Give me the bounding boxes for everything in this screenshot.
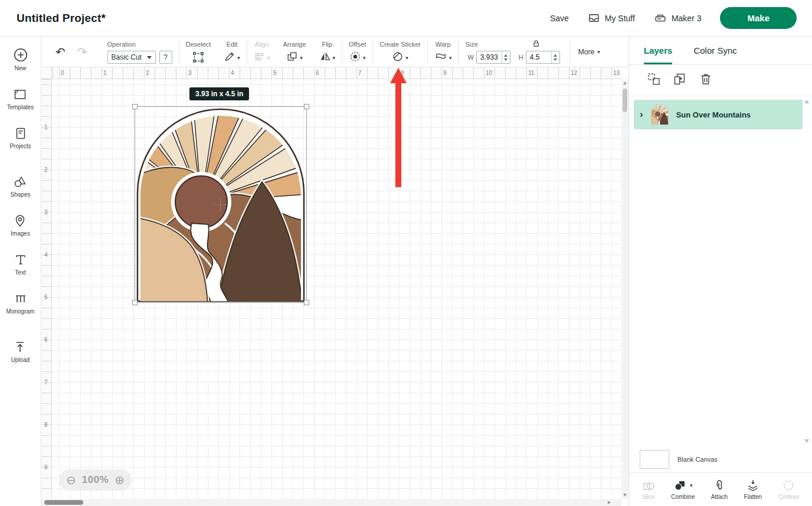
horizontal-scroll-thumb[interactable] [44, 500, 83, 505]
sidebar-item-monogram[interactable]: Monogram [6, 292, 35, 315]
project-title: Untitled Project* [17, 12, 106, 25]
save-label: Save [550, 14, 569, 23]
height-label: H [519, 54, 523, 61]
ruler-top-number: 7 [358, 70, 362, 76]
sidebar-item-new[interactable]: New [13, 47, 28, 71]
combine-icon: ▾ [673, 479, 693, 492]
ruler-top-number: 9 [443, 70, 447, 76]
operation-select[interactable]: Basic Cut [107, 51, 156, 64]
width-stepper[interactable]: 3.933 [476, 51, 510, 64]
deselect-tool[interactable]: Deselect [179, 37, 218, 67]
sidebar-item-templates[interactable]: Templates [7, 87, 34, 110]
resize-handle-bottom-right[interactable] [304, 300, 309, 305]
redo-button[interactable]: ↷ [77, 46, 87, 58]
lock-icon[interactable] [532, 39, 541, 50]
arrow-head [390, 68, 407, 83]
design-space-app: Untitled Project* Save My Stuff Maker 3 … [0, 0, 812, 506]
sidebar-item-text[interactable]: Text [14, 253, 28, 276]
combine-button[interactable]: ▾ Combine [671, 479, 695, 500]
height-stepper[interactable]: 4.5 [526, 51, 560, 64]
text-icon [14, 253, 28, 267]
operation-value: Basic Cut [112, 53, 142, 61]
ruler-top-number: 0 [61, 70, 64, 76]
caret-down-icon: ▾ [405, 55, 408, 61]
caret-down-icon [147, 56, 152, 59]
create-sticker-tool[interactable]: Create Sticker ▾ [373, 37, 427, 67]
operation-help-button[interactable]: ? [159, 51, 172, 64]
scroll-up-arrow[interactable] [623, 81, 627, 84]
operation-label: Operation [107, 41, 136, 48]
create-sticker-icon [392, 51, 404, 65]
attach-button[interactable]: Attach [711, 479, 728, 500]
tab-color-sync[interactable]: Color Sync [693, 37, 736, 64]
make-button[interactable]: Make [720, 7, 797, 29]
ruler-top-number: 13 [613, 70, 620, 76]
flip-tool[interactable]: Flip ▾ [313, 37, 342, 67]
warp-tool[interactable]: Warp ▾ [428, 37, 459, 67]
canvas-area[interactable]: 012345678910111213 123456789 3.93 in x 4… [41, 67, 628, 506]
zoom-in-button[interactable]: ⊕ [114, 474, 125, 486]
undo-button[interactable]: ↶ [55, 46, 66, 58]
ruler-left-number: 5 [44, 294, 48, 301]
arrange-icon [286, 51, 298, 65]
vertical-scrollbar[interactable] [621, 79, 628, 499]
chevron-right-icon[interactable]: › [640, 109, 643, 120]
sidebar-item-projects[interactable]: Projects [9, 126, 31, 149]
height-stepper-buttons[interactable] [551, 51, 559, 63]
contour-icon [782, 479, 795, 492]
selection-box[interactable] [135, 106, 307, 303]
caret-down-icon: ▾ [237, 55, 240, 61]
delete-icon[interactable] [699, 72, 713, 89]
arrange-tool[interactable]: Arrange ▾ [276, 37, 312, 67]
ruler-top-numbers: 012345678910111213 [52, 67, 621, 79]
ruler-left-numbers: 123456789 [41, 79, 51, 499]
machine-selector[interactable]: Maker 3 [654, 12, 702, 24]
canvas-color-swatch[interactable] [640, 450, 669, 469]
width-value: 3.933 [477, 51, 502, 63]
offset-tool[interactable]: Offset ▾ [342, 37, 372, 67]
ruler-top: 012345678910111213 [52, 67, 621, 79]
duplicate-icon[interactable] [673, 72, 687, 89]
resize-handle-bottom-left[interactable] [132, 300, 137, 305]
images-icon [13, 214, 27, 228]
app-header: Untitled Project* Save My Stuff Maker 3 … [0, 0, 812, 37]
width-label: W [467, 54, 473, 61]
machine-label: Maker 3 [672, 14, 702, 23]
caret-down-icon: ▾ [363, 55, 366, 61]
blank-canvas-label: Blank Canvas [677, 456, 718, 463]
sidebar-item-images[interactable]: Images [11, 214, 30, 237]
group-icon[interactable] [647, 72, 661, 89]
contour-button[interactable]: Contour [778, 479, 800, 500]
layer-item-sun-over-mountains[interactable]: › Sun Over Mountains [634, 100, 803, 129]
scroll-right-arrow[interactable] [608, 501, 611, 504]
zoom-level: 100% [82, 474, 109, 486]
resize-handle-top-left[interactable] [132, 104, 137, 109]
ruler-corner [41, 67, 52, 79]
layer-scroll-down-arrow[interactable] [804, 439, 809, 443]
layers-panel: Layers Color Sync › Sun Over Mountains B… [628, 37, 812, 506]
more-button[interactable]: More ▾ [570, 37, 608, 67]
zoom-control: ⊖ 100% ⊕ [59, 469, 132, 491]
horizontal-scrollbar[interactable] [41, 499, 621, 506]
tab-layers[interactable]: Layers [644, 37, 672, 64]
my-stuff-button[interactable]: My Stuff [588, 12, 635, 24]
align-tool[interactable]: Align ▾ [247, 37, 277, 67]
sidebar-item-upload[interactable]: Upload [11, 340, 30, 363]
slice-icon [642, 479, 655, 492]
flatten-button[interactable]: Flatten [744, 479, 762, 500]
scroll-down-arrow[interactable] [623, 494, 627, 497]
shapes-icon [13, 175, 27, 189]
edit-tool[interactable]: Edit ▾ [217, 37, 247, 67]
inbox-icon [588, 12, 600, 24]
sidebar-item-shapes[interactable]: Shapes [11, 175, 31, 198]
vertical-scroll-thumb[interactable] [623, 89, 627, 112]
layer-scroll-up-arrow[interactable] [804, 100, 809, 103]
zoom-out-button[interactable]: ⊖ [66, 474, 76, 486]
resize-handle-top-right[interactable] [304, 104, 309, 109]
panel-tabs: Layers Color Sync [629, 37, 812, 65]
slice-button[interactable]: Slice [642, 479, 655, 500]
new-plus-icon [13, 47, 28, 63]
save-button[interactable]: Save [550, 14, 569, 23]
projects-icon [14, 126, 28, 141]
width-stepper-buttons[interactable] [502, 51, 510, 63]
